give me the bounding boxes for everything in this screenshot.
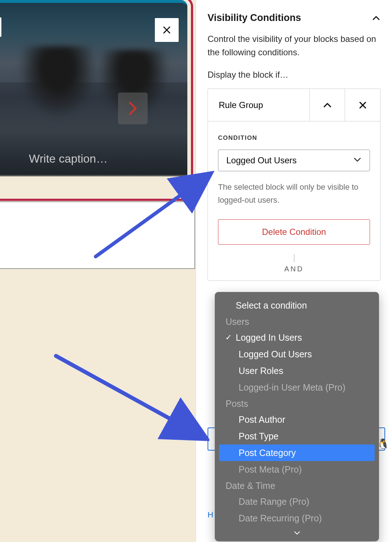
- dropdown-option-date-recurring-pro: Date Recurring (Pro): [215, 510, 379, 526]
- block-drag-handle[interactable]: [0, 17, 1, 37]
- close-icon: [162, 25, 172, 35]
- chevron-up-icon: [372, 14, 380, 22]
- mascot-icon: 🐧: [377, 438, 389, 450]
- panel-title: Visibility Conditions: [208, 12, 301, 23]
- dropdown-group-users: Users: [215, 314, 379, 329]
- footer-link-fragment[interactable]: H: [208, 510, 213, 520]
- remove-image-button[interactable]: [155, 18, 179, 42]
- display-prompt: Display the block if…: [208, 70, 380, 80]
- check-icon: ✓: [221, 333, 236, 342]
- dropdown-scroll-down-icon[interactable]: [215, 526, 379, 538]
- condition-dropdown[interactable]: Select a condition Users ✓ Logged In Use…: [215, 292, 379, 541]
- delete-condition-button[interactable]: Delete Condition: [218, 219, 370, 245]
- chevron-down-icon: [353, 155, 362, 165]
- dropdown-option-post-category[interactable]: Post Category: [219, 444, 375, 461]
- dropdown-group-datetime: Date & Time: [215, 478, 379, 493]
- delete-rule-group-button[interactable]: [345, 89, 380, 121]
- chevron-right-icon: [127, 101, 139, 116]
- close-icon: [358, 100, 367, 110]
- panel-description: Control the visibility of your blocks ba…: [208, 32, 380, 59]
- condition-helper-text: The selected block will only be visible …: [218, 181, 370, 206]
- rule-group: Rule Group CONDITION Logged Out Users Th…: [208, 89, 380, 280]
- visibility-panel-header[interactable]: Visibility Conditions: [196, 0, 392, 32]
- dropdown-option-user-meta-pro: Logged-in User Meta (Pro): [215, 379, 379, 396]
- dropdown-group-posts: Posts: [215, 396, 379, 411]
- dropdown-option-post-type[interactable]: Post Type: [215, 428, 379, 444]
- dropdown-option-date-range-pro: Date Range (Pro): [215, 493, 379, 510]
- dropdown-option-logged-in-users[interactable]: ✓ Logged In Users: [215, 329, 379, 346]
- dropdown-option-user-roles[interactable]: User Roles: [215, 362, 379, 379]
- gallery-image[interactable]: Write caption…: [0, 0, 187, 175]
- condition-select[interactable]: Logged Out Users: [218, 150, 370, 171]
- chevron-up-icon: [323, 100, 332, 110]
- editor-canvas: Write caption…: [0, 0, 196, 542]
- condition-label: CONDITION: [218, 134, 370, 142]
- condition-select-value: Logged Out Users: [226, 155, 297, 165]
- collapse-rule-group-button[interactable]: [309, 89, 345, 121]
- dropdown-option-logged-out-users[interactable]: Logged Out Users: [215, 346, 379, 362]
- empty-paragraph-block[interactable]: [0, 202, 195, 269]
- rule-group-title: Rule Group: [208, 89, 309, 121]
- condition-operator: AND: [218, 254, 370, 273]
- gallery-next-button[interactable]: [118, 93, 148, 124]
- dropdown-placeholder[interactable]: Select a condition: [215, 297, 379, 314]
- dropdown-option-post-meta-pro: Post Meta (Pro): [215, 461, 379, 478]
- gallery-caption-input[interactable]: Write caption…: [29, 152, 108, 165]
- gallery-block-selected[interactable]: Write caption…: [0, 0, 193, 201]
- dropdown-option-post-author[interactable]: Post Author: [215, 411, 379, 428]
